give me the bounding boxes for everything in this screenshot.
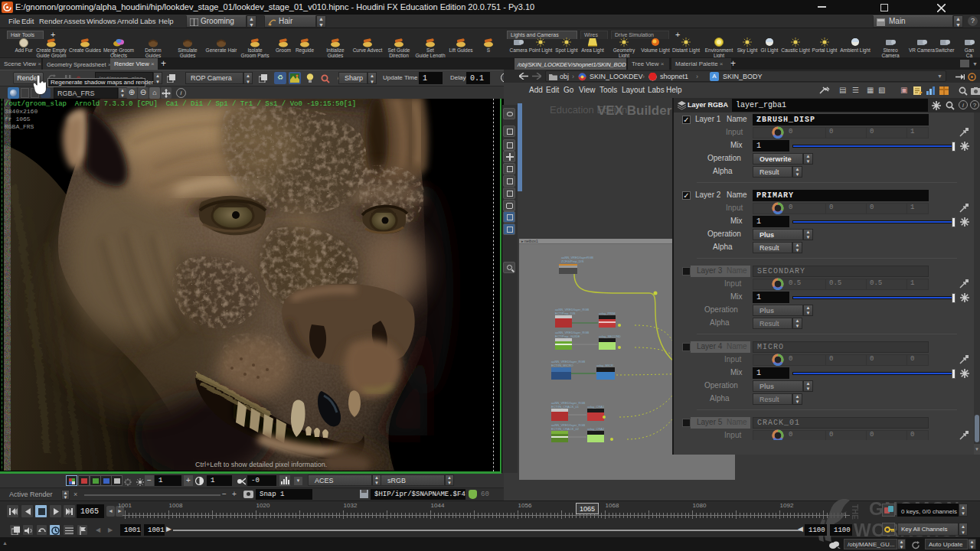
svg-text:uvlay_CRA2: uvlay_CRA2 — [587, 427, 605, 431]
svg-text:ECT/IN_CRACK_02: ECT/IN_CRACK_02 — [551, 427, 580, 431]
svg-text:uvlay_CRA1: uvlay_CRA1 — [587, 405, 605, 409]
svg-text:uvlay_SECOND: uvlay_SECOND — [599, 334, 621, 338]
svg-text:ECT/IN_CRACK_01: ECT/IN_CRACK_01 — [551, 405, 580, 409]
svg-text:ECT/IN_MICRO: ECT/IN_MICRO — [551, 364, 573, 367]
svg-text:uvlay_PRIM: uvlay_PRIM — [599, 311, 616, 315]
svg-text:ECT/Prep_DIS: ECT/Prep_DIS — [555, 311, 576, 315]
svg-text:ZCFG/Prep_DIS: ZCFG/Prep_DIS — [561, 259, 584, 263]
svg-text:ECT/Prep_GUIDE: ECT/Prep_GUIDE — [555, 334, 580, 338]
svg-text:uvlay_MICR: uvlay_MICR — [596, 364, 613, 367]
